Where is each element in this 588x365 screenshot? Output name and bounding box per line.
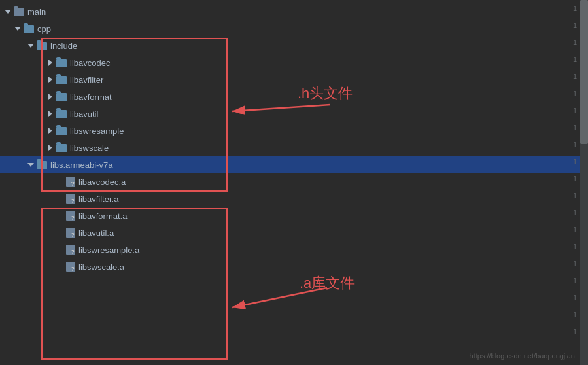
tree-item-libavformat-h[interactable]: libavformat	[0, 88, 588, 105]
label-libavformat-h: libavformat	[70, 92, 112, 102]
arrow-libavutil-a	[56, 228, 65, 237]
folder-icon-libswresample-h	[56, 127, 67, 135]
label-libs: libs.armeabi-v7a	[50, 160, 112, 170]
arrow-libavfilter-a	[56, 194, 65, 203]
arrow-libavformat-h	[46, 92, 55, 101]
folder-icon-libavcodec-h	[56, 59, 67, 67]
scrollbar[interactable]	[580, 0, 588, 365]
svg-line-3	[232, 288, 327, 307]
line-num-13: 1	[571, 204, 579, 221]
file-icon-libavfilter-a	[66, 194, 75, 204]
label-include: include	[50, 41, 77, 51]
arrow-libswresample-h	[46, 126, 55, 135]
annotation-arrow-a	[226, 281, 337, 321]
folder-icon-libs	[37, 161, 47, 169]
label-libavfilter-a: libavfilter.a	[78, 194, 118, 204]
tree-item-libavcodec-a[interactable]: libavcodec.a	[0, 173, 588, 190]
line-num-7: 1	[571, 102, 579, 119]
arrow-include	[26, 41, 35, 50]
line-num-12: 1	[571, 187, 579, 204]
arrow-libavfilter-h	[46, 75, 55, 84]
line-num-1: 1	[571, 0, 579, 17]
arrow-libs	[26, 160, 35, 169]
folder-icon-libswscale-h	[56, 144, 67, 152]
label-libavutil-h: libavutil	[70, 109, 98, 119]
tree-item-main[interactable]: main	[0, 3, 588, 20]
line-num-6: 1	[571, 85, 579, 102]
watermark: https://blog.csdn.net/baopengjian	[470, 352, 575, 360]
label-libswscale-h: libswscale	[70, 143, 109, 153]
arrow-libavcodec-h	[46, 58, 55, 67]
line-num-8: 1	[571, 119, 579, 136]
label-libavutil-a: libavutil.a	[78, 228, 114, 238]
folder-icon-main	[14, 8, 24, 16]
tree-item-libswresample-h[interactable]: libswresample	[0, 122, 588, 139]
label-libswresample-h: libswresample	[70, 126, 124, 136]
arrow-libswscale-h	[46, 143, 55, 152]
line-num-14: 1	[571, 221, 579, 238]
line-num-16: 1	[571, 255, 579, 272]
file-icon-libavformat-a	[66, 211, 75, 221]
line-num-20: 1	[571, 323, 579, 340]
arrow-libavutil-h	[46, 109, 55, 118]
line-num-17: 1	[571, 272, 579, 289]
tree-item-libswscale-h[interactable]: libswscale	[0, 139, 588, 156]
folder-icon-libavutil-h	[56, 110, 67, 118]
line-num-2: 1	[571, 17, 579, 34]
label-libavformat-a: libavformat.a	[78, 211, 127, 221]
line-num-10: 1	[571, 153, 579, 170]
arrow-libswscale-a	[56, 262, 65, 271]
tree-item-include[interactable]: include	[0, 37, 588, 54]
tree-item-libswscale-a[interactable]: libswscale.a	[0, 258, 588, 275]
file-icon-libavcodec-a	[66, 177, 75, 187]
folder-icon-include	[37, 42, 47, 50]
label-libavfilter-h: libavfilter	[70, 75, 103, 85]
file-tree: main cpp include libavcodec libavfilter	[0, 0, 588, 365]
tree-item-libavfilter-a[interactable]: libavfilter.a	[0, 190, 588, 207]
label-cpp: cpp	[37, 24, 51, 34]
tree-item-cpp[interactable]: cpp	[0, 20, 588, 37]
tree-item-libavformat-a[interactable]: libavformat.a	[0, 207, 588, 224]
arrow-libavcodec-a	[56, 177, 65, 186]
file-icon-libswscale-a	[66, 262, 75, 272]
arrow-libavformat-a	[56, 211, 65, 220]
tree-item-libavcodec-h[interactable]: libavcodec	[0, 54, 588, 71]
line-num-15: 1	[571, 238, 579, 255]
folder-icon-libavformat-h	[56, 93, 67, 101]
line-num-4: 1	[571, 51, 579, 68]
line-num-3: 1	[571, 34, 579, 51]
arrow-cpp	[13, 24, 22, 33]
folder-icon-libavfilter-h	[56, 76, 67, 84]
line-num-19: 1	[571, 306, 579, 323]
file-icon-libavutil-a	[66, 228, 75, 238]
label-main: main	[27, 7, 46, 17]
a-label-annotation: .a库文件	[300, 273, 355, 293]
line-num-9: 1	[571, 136, 579, 153]
line-num-11: 1	[571, 170, 579, 187]
tree-item-libswresample-a[interactable]: libswresample.a	[0, 241, 588, 258]
tree-item-libs[interactable]: libs.armeabi-v7a	[0, 156, 588, 173]
tree-container: main cpp include libavcodec libavfilter	[0, 0, 588, 275]
label-libavcodec-h: libavcodec	[70, 58, 110, 68]
tree-item-libavutil-h[interactable]: libavutil	[0, 105, 588, 122]
arrow-main	[3, 7, 12, 16]
scrollbar-thumb[interactable]	[580, 0, 588, 144]
folder-icon-cpp	[24, 25, 34, 33]
line-num-18: 1	[571, 289, 579, 306]
line-num-5: 1	[571, 68, 579, 85]
label-libswscale-a: libswscale.a	[78, 262, 124, 272]
label-libswresample-a: libswresample.a	[78, 245, 139, 255]
tree-item-libavutil-a[interactable]: libavutil.a	[0, 224, 588, 241]
arrow-libswresample-a	[56, 245, 65, 254]
label-libavcodec-a: libavcodec.a	[78, 177, 126, 187]
tree-item-libavfilter-h[interactable]: libavfilter	[0, 71, 588, 88]
line-numbers: 1 1 1 1 1 1 1 1 1 1 1 1 1 1 1 1 1 1 1 1	[571, 0, 579, 340]
file-icon-libswresample-a	[66, 245, 75, 255]
